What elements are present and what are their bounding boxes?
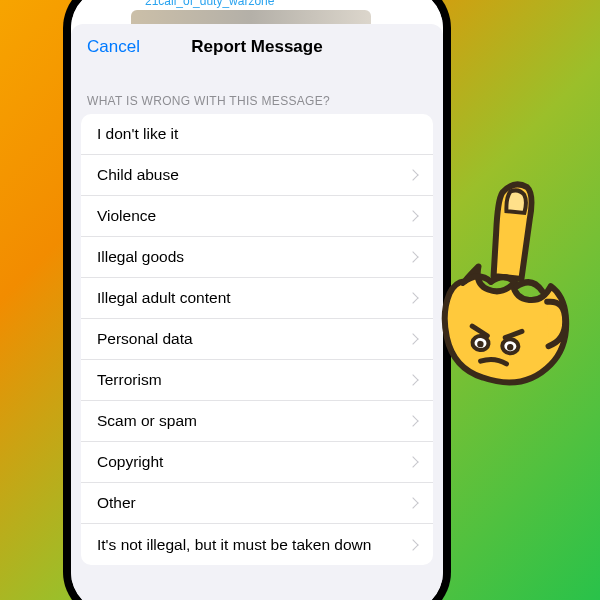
report-option-row[interactable]: Illegal goods	[81, 237, 433, 278]
phone-screen: 21call_of_duty_warzone Cancel Report Mes…	[71, 0, 443, 600]
chevron-right-icon	[411, 209, 419, 223]
report-options-list: I don't like itChild abuseViolenceIllega…	[81, 114, 433, 565]
report-option-label: Other	[97, 494, 411, 512]
report-option-label: It's not illegal, but it must be taken d…	[97, 536, 411, 554]
chevron-right-icon	[411, 168, 419, 182]
report-option-label: I don't like it	[97, 125, 419, 143]
report-option-label: Illegal adult content	[97, 289, 411, 307]
cancel-button[interactable]: Cancel	[87, 37, 140, 57]
report-option-row[interactable]: Violence	[81, 196, 433, 237]
report-sheet: Cancel Report Message WHAT IS WRONG WITH…	[71, 24, 443, 600]
report-option-row[interactable]: It's not illegal, but it must be taken d…	[81, 524, 433, 565]
chevron-right-icon	[411, 250, 419, 264]
report-option-row[interactable]: Personal data	[81, 319, 433, 360]
nav-bar: Cancel Report Message	[71, 24, 443, 70]
report-option-row[interactable]: Illegal adult content	[81, 278, 433, 319]
report-option-row[interactable]: Terrorism	[81, 360, 433, 401]
report-option-label: Terrorism	[97, 371, 411, 389]
report-option-label: Violence	[97, 207, 411, 225]
angry-pointing-hand-sticker	[418, 170, 585, 394]
report-option-row[interactable]: Copyright	[81, 442, 433, 483]
chevron-right-icon	[411, 538, 419, 552]
chevron-right-icon	[411, 496, 419, 510]
report-option-label: Copyright	[97, 453, 411, 471]
section-header: WHAT IS WRONG WITH THIS MESSAGE?	[71, 70, 443, 114]
report-option-row[interactable]: Child abuse	[81, 155, 433, 196]
chevron-right-icon	[411, 414, 419, 428]
report-option-label: Child abuse	[97, 166, 411, 184]
sheet-title: Report Message	[191, 37, 322, 57]
report-option-row[interactable]: I don't like it	[81, 114, 433, 155]
report-option-label: Personal data	[97, 330, 411, 348]
chevron-right-icon	[411, 455, 419, 469]
chat-link: 21call_of_duty_warzone	[145, 0, 274, 8]
chevron-right-icon	[411, 291, 419, 305]
report-option-label: Scam or spam	[97, 412, 411, 430]
report-option-label: Illegal goods	[97, 248, 411, 266]
chevron-right-icon	[411, 332, 419, 346]
report-option-row[interactable]: Scam or spam	[81, 401, 433, 442]
phone-frame: 21call_of_duty_warzone Cancel Report Mes…	[63, 0, 451, 600]
report-option-row[interactable]: Other	[81, 483, 433, 524]
